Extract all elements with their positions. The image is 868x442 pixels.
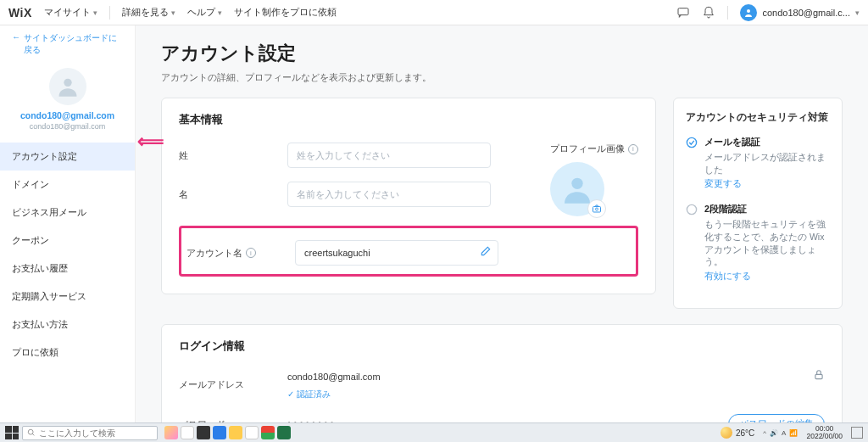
tray-icon[interactable] [164,426,178,439]
svg-point-1 [747,9,750,13]
sidebar-item-bizmail[interactable]: ビジネス用メール [0,199,135,227]
profile-image-label: プロフィール画像 [550,143,625,155]
sec-item2-title: 2段階認証 [704,204,830,215]
page-subtitle: アカウントの詳細、プロフィールなどを表示および更新します。 [161,71,843,84]
account-menu[interactable]: condo180@gmail.c... ▾ [740,4,860,21]
info-icon[interactable]: i [628,144,638,154]
cortana-icon[interactable] [181,426,194,439]
circle-icon [686,204,698,215]
chat-icon[interactable] [676,6,690,20]
svg-point-3 [571,178,582,189]
last-name-input[interactable] [287,143,491,168]
sidebar-email-primary: condo180@gmail.com [0,110,135,120]
taskbar-search-input[interactable] [39,428,153,438]
svg-point-5 [596,208,598,210]
bell-icon[interactable] [702,6,715,20]
sec-item2-link[interactable]: 有効にする [704,271,830,283]
nav-pro[interactable]: サイト制作をプロに依頼 [234,6,337,19]
sidebar-item-coupon[interactable]: クーポン [0,227,135,255]
windows-taskbar: 26°C ^🔊A📶 00:00 2022/00/00 [0,422,868,442]
app-icon[interactable] [245,426,259,439]
svg-point-2 [64,79,71,87]
back-to-dashboard[interactable]: ←サイトダッシュボードに戻る [0,25,135,59]
weather-widget[interactable]: 26°C [721,427,754,439]
nav-details[interactable]: 詳細を見る [122,6,175,19]
sidebar-item-paymethod[interactable]: お支払い方法 [0,311,135,338]
svg-rect-0 [678,8,688,14]
svg-point-9 [28,429,33,434]
nav-help[interactable]: ヘルプ [187,6,222,19]
page-title: アカウント設定 [161,41,843,66]
edit-password-button[interactable]: パスワードの編集 [728,414,825,422]
sidebar-item-account[interactable]: アカウント設定 [0,143,135,171]
account-name-highlight: アカウント名i [179,226,638,277]
sidebar-item-payhist[interactable]: お支払い履歴 [0,255,135,283]
basic-heading: 基本情報 [162,98,655,136]
email-label: メールアドレス [179,378,272,391]
edge-icon[interactable] [213,426,226,439]
account-name-label: アカウント名 [186,247,242,260]
taskbar-tray [164,426,291,439]
start-button[interactable] [5,426,19,439]
first-name-label: 名 [179,188,272,201]
last-name-label: 姓 [179,149,272,162]
first-name-input[interactable] [287,182,491,207]
sidebar-item-hirepro[interactable]: プロに依頼 [0,338,135,366]
sec-item2-desc: もう一段階セキュリティを強化することで、あなたの Wix アカウントを保護しまし… [704,218,830,268]
login-heading: ログイン情報 [162,325,842,362]
taskbar-clock[interactable]: 00:00 2022/00/00 [806,425,843,441]
sec-item1-desc: メールアドレスが認証されました [704,151,830,176]
user-email: condo180@gmail.c... [762,8,850,18]
svg-point-7 [687,205,696,215]
app-icon[interactable] [277,426,291,439]
sidebar-item-domain[interactable]: ドメイン [0,171,135,199]
wix-logo[interactable]: WiX [8,6,32,20]
camera-icon[interactable] [587,199,606,218]
weather-icon [721,427,732,439]
info-icon[interactable]: i [246,248,256,258]
svg-rect-4 [593,207,601,213]
taskbar-search[interactable] [22,426,158,440]
taskview-icon[interactable] [197,426,210,439]
security-heading: アカウントのセキュリティ対策 [686,110,830,125]
profile-image[interactable] [550,162,604,216]
check-icon [686,137,698,148]
system-tray[interactable]: ^🔊A📶 [763,429,798,437]
sidebar-email-secondary: condo180@gmail.com [0,122,135,131]
lock-icon [813,369,825,383]
sec-item1-link[interactable]: 変更する [704,178,830,190]
notification-icon[interactable] [851,427,863,439]
arrow-annotation: ⟸ [137,131,164,153]
svg-point-6 [687,137,696,147]
explorer-icon[interactable] [229,426,242,439]
svg-rect-8 [815,375,822,379]
email-verified: 認証済み [297,389,331,399]
account-name-input[interactable] [295,240,498,266]
sidebar-item-subscriptions[interactable]: 定期購入サービス [0,283,135,311]
chrome-icon[interactable] [261,426,275,439]
sidebar-avatar [49,68,86,105]
sec-item1-title: メールを認証 [704,137,830,148]
nav-mysite[interactable]: マイサイト [44,6,97,19]
email-value: condo180@gmail.com [287,372,381,382]
edit-icon[interactable] [480,245,492,260]
avatar-icon [740,4,757,21]
